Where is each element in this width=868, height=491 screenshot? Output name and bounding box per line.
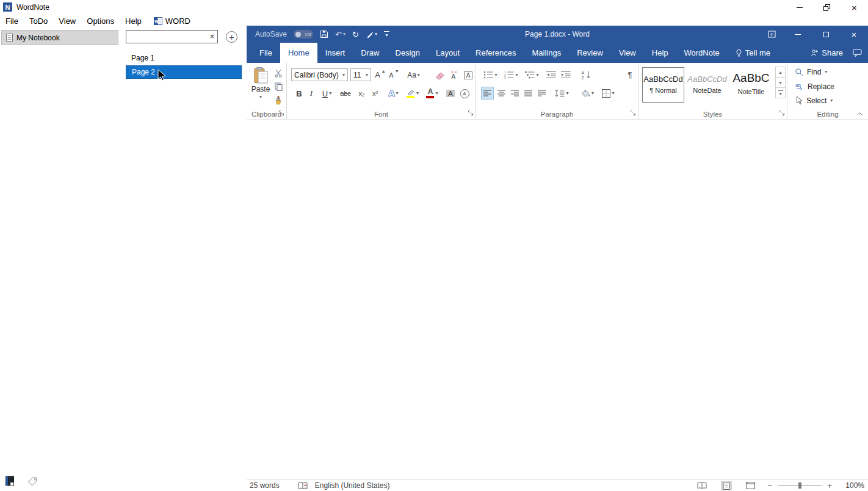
superscript-button[interactable]: x²: [369, 87, 382, 100]
menu-file[interactable]: File: [0, 15, 24, 27]
zoom-slider[interactable]: [778, 482, 822, 489]
print-layout-button[interactable]: [721, 481, 732, 490]
font-name-combobox[interactable]: Calibri (Body)▾: [291, 68, 348, 81]
font-dialog-launcher[interactable]: [468, 110, 474, 116]
tab-draw[interactable]: Draw: [353, 43, 387, 63]
cut-button[interactable]: [272, 67, 284, 79]
bullets-button[interactable]: ▾: [482, 68, 499, 81]
underline-button[interactable]: U▾: [319, 87, 335, 100]
change-case-button[interactable]: Aa▾: [404, 68, 423, 81]
zoom-out-button[interactable]: −: [768, 481, 773, 490]
copy-button[interactable]: [272, 81, 284, 93]
paragraph-dialog-launcher[interactable]: [630, 110, 636, 116]
sort-button[interactable]: A Z: [579, 68, 593, 81]
styles-gallery-more-button[interactable]: ▼: [775, 87, 786, 98]
comments-button[interactable]: [853, 49, 862, 57]
styles-scroll-up-button[interactable]: ▲: [775, 67, 786, 78]
notebook-save-icon[interactable]: [5, 476, 15, 486]
word-count[interactable]: 25 words: [250, 481, 280, 490]
paste-button[interactable]: Paste ▾: [250, 67, 272, 109]
tab-references[interactable]: References: [468, 43, 524, 63]
word-close-button[interactable]: ×: [840, 26, 868, 43]
add-page-button[interactable]: +: [226, 31, 237, 43]
menu-todo[interactable]: ToDo: [24, 15, 53, 27]
tab-layout[interactable]: Layout: [428, 43, 468, 63]
menu-options[interactable]: Options: [81, 15, 120, 27]
align-right-button[interactable]: [508, 87, 521, 100]
zoom-in-button[interactable]: +: [827, 481, 832, 490]
font-size-combobox[interactable]: 11▾: [350, 68, 371, 81]
clear-formatting-button[interactable]: [434, 69, 446, 81]
tab-help[interactable]: Help: [644, 43, 676, 63]
select-button[interactable]: Select▾: [795, 96, 833, 105]
line-spacing-button[interactable]: ▾: [553, 87, 571, 100]
tab-review[interactable]: Review: [569, 43, 611, 63]
page-list-item-1[interactable]: Page 1: [126, 51, 242, 65]
ribbon-display-options-button[interactable]: [759, 26, 784, 43]
app-minimize-button[interactable]: [786, 0, 813, 15]
tags-icon[interactable]: [27, 477, 37, 486]
replace-button[interactable]: ab Replace: [795, 82, 834, 91]
style-card-notetitle[interactable]: AaBbC NoteTitle: [730, 67, 772, 103]
autosave-toggle[interactable]: Off: [294, 30, 313, 38]
menu-word-launcher[interactable]: W WORD: [151, 15, 193, 27]
share-button[interactable]: Share: [811, 48, 843, 57]
web-layout-button[interactable]: [744, 481, 757, 490]
notebook-button[interactable]: My Notebook: [1, 30, 118, 45]
collapse-ribbon-button[interactable]: [856, 111, 864, 117]
redo-button[interactable]: ↻: [352, 30, 359, 39]
app-restore-button[interactable]: [813, 0, 841, 15]
styles-dialog-launcher[interactable]: [779, 110, 785, 116]
search-clear-icon[interactable]: ×: [210, 32, 214, 41]
multilevel-list-button[interactable]: ▾: [524, 68, 540, 81]
proofing-status[interactable]: [298, 482, 308, 490]
subscript-button[interactable]: x₂: [355, 87, 368, 100]
align-center-button[interactable]: [495, 87, 508, 100]
distribute-button[interactable]: [535, 87, 548, 100]
undo-button[interactable]: ↶▾: [335, 30, 345, 39]
word-minimize-button[interactable]: [784, 26, 812, 43]
page-search-input[interactable]: [128, 31, 205, 42]
tab-design[interactable]: Design: [388, 43, 428, 63]
font-color-button[interactable]: A ▾: [424, 86, 441, 100]
enclose-characters-button[interactable]: A: [458, 87, 471, 100]
tab-wordnote[interactable]: WordNote: [676, 43, 728, 63]
menu-help[interactable]: Help: [120, 15, 147, 27]
style-card-normal[interactable]: AaBbCcDd ¶ Normal: [642, 67, 684, 103]
word-maximize-button[interactable]: [812, 26, 840, 43]
format-painter-button[interactable]: [272, 94, 284, 106]
show-paragraph-marks-button[interactable]: ¶: [624, 68, 636, 81]
tab-file[interactable]: File: [251, 43, 280, 63]
menu-view[interactable]: View: [53, 15, 81, 27]
numbering-button[interactable]: 123 ▾: [503, 68, 519, 81]
shrink-font-button[interactable]: A▼: [388, 68, 400, 81]
decrease-indent-button[interactable]: [544, 68, 558, 81]
find-button[interactable]: Find▾: [795, 68, 827, 76]
tab-tell-me[interactable]: Tell me: [728, 43, 778, 63]
tab-mailings[interactable]: Mailings: [524, 43, 570, 63]
app-close-button[interactable]: ×: [841, 0, 868, 15]
text-effects-button[interactable]: A▾: [385, 87, 402, 100]
italic-button[interactable]: I: [306, 87, 317, 100]
tab-home[interactable]: Home: [280, 43, 317, 63]
customize-qat-button[interactable]: ▾: [384, 31, 389, 38]
increase-indent-button[interactable]: [559, 68, 573, 81]
page-list-item-2[interactable]: Page 2: [126, 65, 242, 79]
borders-button[interactable]: ▾: [599, 87, 617, 100]
character-shading-button[interactable]: A: [444, 87, 457, 100]
phonetic-guide-button[interactable]: A: [448, 69, 460, 81]
pen-button[interactable]: ▾: [366, 31, 377, 38]
clipboard-dialog-launcher[interactable]: [278, 110, 284, 116]
shading-button[interactable]: ▾: [579, 87, 596, 100]
read-mode-button[interactable]: [695, 481, 709, 490]
align-left-button[interactable]: [481, 87, 494, 100]
strikethrough-button[interactable]: abc: [337, 87, 354, 100]
language-status[interactable]: English (United States): [315, 481, 390, 490]
justify-button[interactable]: [522, 87, 535, 100]
grow-font-button[interactable]: A▲: [374, 68, 387, 81]
tab-view[interactable]: View: [611, 43, 644, 63]
zoom-level[interactable]: 100%: [842, 481, 864, 490]
zoom-slider-thumb[interactable]: [798, 482, 801, 489]
save-icon[interactable]: [320, 30, 328, 38]
character-border-button[interactable]: A: [462, 69, 474, 81]
